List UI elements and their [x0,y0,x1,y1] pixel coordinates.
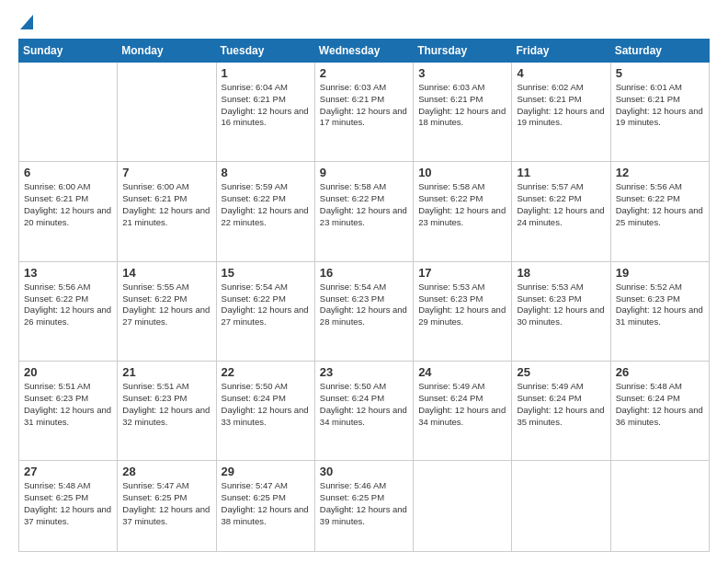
calendar-cell: 2Sunrise: 6:03 AM Sunset: 6:21 PM Daylig… [314,63,413,162]
calendar-cell [610,461,709,552]
calendar-cell: 9Sunrise: 5:58 AM Sunset: 6:22 PM Daylig… [314,162,413,261]
day-number: 26 [616,365,704,379]
day-number: 15 [222,266,310,280]
calendar-cell: 7Sunrise: 6:00 AM Sunset: 6:21 PM Daylig… [118,162,216,261]
day-number: 5 [616,66,704,80]
day-number: 22 [222,365,310,379]
calendar-cell: 28Sunrise: 5:47 AM Sunset: 6:25 PM Dayli… [118,461,216,552]
calendar-cell: 21Sunrise: 5:51 AM Sunset: 6:23 PM Dayli… [118,362,216,461]
day-number: 4 [517,66,605,80]
calendar-cell: 12Sunrise: 5:56 AM Sunset: 6:22 PM Dayli… [610,162,709,261]
day-number: 11 [517,166,605,179]
day-number: 24 [418,365,506,379]
calendar-cell: 30Sunrise: 5:46 AM Sunset: 6:25 PM Dayli… [314,461,413,552]
calendar-cell: 29Sunrise: 5:47 AM Sunset: 6:25 PM Dayli… [216,461,314,552]
day-number: 16 [320,266,408,280]
logo-triangle-icon [20,15,33,29]
day-info: Sunrise: 5:51 AM Sunset: 6:23 PM Dayligh… [122,381,210,428]
day-number: 30 [320,465,408,478]
day-info: Sunrise: 5:56 AM Sunset: 6:22 PM Dayligh… [616,181,704,228]
calendar-cell: 4Sunrise: 6:02 AM Sunset: 6:21 PM Daylig… [512,63,610,162]
calendar-table: SundayMondayTuesdayWednesdayThursdayFrid… [18,39,710,552]
calendar-cell: 6Sunrise: 6:00 AM Sunset: 6:21 PM Daylig… [19,162,118,261]
day-number: 17 [418,266,506,280]
day-number: 25 [517,365,605,379]
day-number: 28 [122,465,210,478]
week-row-2: 6Sunrise: 6:00 AM Sunset: 6:21 PM Daylig… [19,162,710,261]
day-number: 12 [616,166,704,179]
day-info: Sunrise: 6:03 AM Sunset: 6:21 PM Dayligh… [320,82,408,129]
week-row-3: 13Sunrise: 5:56 AM Sunset: 6:22 PM Dayli… [19,261,710,361]
day-info: Sunrise: 5:53 AM Sunset: 6:23 PM Dayligh… [418,282,506,328]
day-info: Sunrise: 5:57 AM Sunset: 6:22 PM Dayligh… [517,181,605,228]
day-info: Sunrise: 6:03 AM Sunset: 6:21 PM Dayligh… [418,82,506,129]
day-info: Sunrise: 5:46 AM Sunset: 6:25 PM Dayligh… [320,480,408,527]
day-number: 27 [24,465,112,478]
weekday-header-thursday: Thursday [414,40,512,63]
day-info: Sunrise: 5:58 AM Sunset: 6:22 PM Dayligh… [418,181,506,228]
day-info: Sunrise: 5:56 AM Sunset: 6:22 PM Dayligh… [24,282,112,328]
calendar-cell [118,63,216,162]
day-info: Sunrise: 5:54 AM Sunset: 6:23 PM Dayligh… [320,282,408,328]
day-info: Sunrise: 5:59 AM Sunset: 6:22 PM Dayligh… [222,181,310,228]
day-info: Sunrise: 5:50 AM Sunset: 6:24 PM Dayligh… [320,381,408,428]
week-row-4: 20Sunrise: 5:51 AM Sunset: 6:23 PM Dayli… [19,362,710,461]
day-info: Sunrise: 6:01 AM Sunset: 6:21 PM Dayligh… [616,82,704,129]
day-info: Sunrise: 5:48 AM Sunset: 6:25 PM Dayligh… [24,480,112,527]
calendar-cell: 13Sunrise: 5:56 AM Sunset: 6:22 PM Dayli… [19,261,118,361]
day-number: 1 [222,66,310,80]
day-number: 14 [122,266,210,280]
day-info: Sunrise: 6:00 AM Sunset: 6:21 PM Dayligh… [24,181,112,228]
day-info: Sunrise: 5:53 AM Sunset: 6:23 PM Dayligh… [517,282,605,328]
day-info: Sunrise: 5:49 AM Sunset: 6:24 PM Dayligh… [517,381,605,428]
day-number: 3 [418,66,506,80]
calendar-cell: 14Sunrise: 5:55 AM Sunset: 6:22 PM Dayli… [118,261,216,361]
day-info: Sunrise: 5:50 AM Sunset: 6:24 PM Dayligh… [222,381,310,428]
weekday-header-row: SundayMondayTuesdayWednesdayThursdayFrid… [19,40,710,63]
calendar-cell: 23Sunrise: 5:50 AM Sunset: 6:24 PM Dayli… [314,362,413,461]
calendar-cell: 27Sunrise: 5:48 AM Sunset: 6:25 PM Dayli… [19,461,118,552]
day-number: 6 [24,166,112,179]
svg-marker-0 [20,15,33,29]
day-info: Sunrise: 6:02 AM Sunset: 6:21 PM Dayligh… [517,82,605,129]
calendar-cell: 16Sunrise: 5:54 AM Sunset: 6:23 PM Dayli… [314,261,413,361]
header [18,15,710,29]
calendar-cell: 15Sunrise: 5:54 AM Sunset: 6:22 PM Dayli… [216,261,314,361]
weekday-header-sunday: Sunday [19,40,118,63]
logo [18,15,33,29]
day-number: 18 [517,266,605,280]
calendar-cell: 24Sunrise: 5:49 AM Sunset: 6:24 PM Dayli… [414,362,512,461]
day-number: 9 [320,166,408,179]
week-row-5: 27Sunrise: 5:48 AM Sunset: 6:25 PM Dayli… [19,461,710,552]
day-number: 23 [320,365,408,379]
page: SundayMondayTuesdayWednesdayThursdayFrid… [0,0,728,563]
calendar-cell: 3Sunrise: 6:03 AM Sunset: 6:21 PM Daylig… [414,63,512,162]
day-info: Sunrise: 5:52 AM Sunset: 6:23 PM Dayligh… [616,282,704,328]
calendar-cell: 11Sunrise: 5:57 AM Sunset: 6:22 PM Dayli… [512,162,610,261]
calendar-cell [512,461,610,552]
calendar-cell: 8Sunrise: 5:59 AM Sunset: 6:22 PM Daylig… [216,162,314,261]
calendar-cell: 22Sunrise: 5:50 AM Sunset: 6:24 PM Dayli… [216,362,314,461]
calendar-cell [19,63,118,162]
day-number: 7 [122,166,210,179]
calendar-cell: 26Sunrise: 5:48 AM Sunset: 6:24 PM Dayli… [610,362,709,461]
day-info: Sunrise: 6:04 AM Sunset: 6:21 PM Dayligh… [222,82,310,129]
weekday-header-saturday: Saturday [610,40,709,63]
calendar-cell: 17Sunrise: 5:53 AM Sunset: 6:23 PM Dayli… [414,261,512,361]
day-number: 21 [122,365,210,379]
day-info: Sunrise: 5:51 AM Sunset: 6:23 PM Dayligh… [24,381,112,428]
day-number: 19 [616,266,704,280]
calendar-cell [414,461,512,552]
day-info: Sunrise: 5:49 AM Sunset: 6:24 PM Dayligh… [418,381,506,428]
calendar-cell: 1Sunrise: 6:04 AM Sunset: 6:21 PM Daylig… [216,63,314,162]
day-number: 8 [222,166,310,179]
calendar-cell: 10Sunrise: 5:58 AM Sunset: 6:22 PM Dayli… [414,162,512,261]
logo-text [18,15,33,29]
weekday-header-tuesday: Tuesday [216,40,314,63]
calendar-cell: 20Sunrise: 5:51 AM Sunset: 6:23 PM Dayli… [19,362,118,461]
day-info: Sunrise: 5:47 AM Sunset: 6:25 PM Dayligh… [222,480,310,527]
calendar-cell: 18Sunrise: 5:53 AM Sunset: 6:23 PM Dayli… [512,261,610,361]
day-number: 20 [24,365,112,379]
day-number: 13 [24,266,112,280]
day-number: 2 [320,66,408,80]
